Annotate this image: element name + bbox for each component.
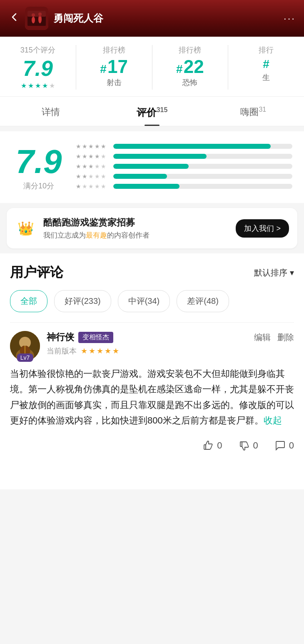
bar-fill-4 (113, 154, 207, 159)
bar-fill-2 (113, 174, 167, 179)
score-value: 7.9 (23, 58, 53, 79)
bar-row-2: ★ ★ ★ ★ ★ (76, 173, 292, 180)
rank-category-3: 生 (262, 73, 270, 83)
reviewer-badge: 变相怪杰 (78, 332, 113, 343)
review-user-row: Lv7 神行侠 变相怪杰 编辑 删除 当前版本 ★ ★ ★ (10, 331, 294, 361)
rating-bars: ★ ★ ★ ★ ★ ★ ★ ★ ★ ★ (76, 143, 292, 193)
tab-reviews[interactable]: 评价315 (101, 97, 202, 126)
rank-label-3: 排行 (259, 45, 274, 55)
collapse-button[interactable]: 收起 (264, 415, 282, 426)
stat-rank-horror: 排行榜 # 22 恐怖 (152, 45, 229, 90)
bar-track-1 (113, 184, 292, 189)
stat-score: 315个评分 7.9 ★ ★ ★ ★ ★ (0, 45, 76, 90)
thumbs-down-icon (239, 440, 250, 451)
bar-stars-1: ★ ★ ★ ★ ★ (76, 183, 109, 190)
review-stars: ★ ★ ★ ★ ★ (81, 346, 119, 356)
comment-count: 0 (289, 440, 294, 451)
rating-main: 7.9 满分10分 ★ ★ ★ ★ ★ ★ ★ (12, 143, 292, 193)
stat-rank-survival: 排行 # 生 (228, 45, 304, 90)
review-version-row: 当前版本 ★ ★ ★ ★ ★ (47, 346, 294, 356)
bar-track-4 (113, 154, 292, 159)
comment-button[interactable]: 0 (275, 440, 294, 451)
bar-track-2 (113, 174, 292, 179)
reviews-section: 用户评论 默认排序 ▾ 全部 好评(233) 中评(34) 差评(48) (0, 253, 304, 489)
svg-rect-11 (204, 445, 206, 449)
reviewer-name: 神行侠 (47, 331, 74, 343)
stat-rank-shoot: 排行榜 # 17 射击 (76, 45, 152, 90)
header: 勇闯死人谷 ··· (0, 0, 304, 37)
bar-stars-2: ★ ★ ★ ★ ★ (76, 173, 109, 180)
tab-circle[interactable]: 嗨圈31 (203, 97, 304, 126)
review-card: Lv7 神行侠 变相怪杰 编辑 删除 当前版本 ★ ★ ★ (10, 322, 294, 464)
chevron-down-icon: ▾ (290, 268, 294, 278)
bar-fill-5 (113, 144, 271, 149)
filter-tab-negative[interactable]: 差评(48) (177, 290, 229, 312)
svg-point-2 (32, 17, 35, 23)
bar-track-5 (113, 144, 292, 149)
star-2: ★ (28, 82, 34, 90)
r-star-3: ★ (97, 346, 103, 356)
back-button[interactable] (8, 11, 20, 26)
banner-title: 酷酷跑游戏鉴赏家招募 (43, 216, 229, 229)
bar-row-1: ★ ★ ★ ★ ★ (76, 183, 292, 190)
r-star-4: ★ (105, 346, 111, 356)
tab-details[interactable]: 详情 (0, 97, 101, 126)
score-label: 315个评分 (20, 45, 55, 55)
rank-label-2: 排行榜 (179, 45, 201, 55)
big-score-value: 7.9 (15, 145, 62, 178)
delete-button[interactable]: 删除 (277, 332, 294, 343)
bar-fill-3 (113, 164, 189, 169)
rank-number-1: 17 (107, 58, 128, 76)
rank-label-1: 排行榜 (103, 45, 125, 55)
review-footer: 0 0 0 (10, 435, 294, 456)
filter-tab-all[interactable]: 全部 (10, 290, 47, 312)
review-version: 当前版本 (47, 346, 77, 356)
star-3: ★ (35, 82, 41, 90)
bar-stars-4: ★ ★ ★ ★ ★ (76, 153, 109, 160)
reviews-title: 用户评论 (10, 263, 63, 282)
stats-bar: 315个评分 7.9 ★ ★ ★ ★ ★ 排行榜 # 17 射击 排行榜 # 2… (0, 37, 304, 97)
filter-tabs: 全部 好评(233) 中评(34) 差评(48) (10, 290, 294, 312)
crown-icon: 👑 (15, 218, 37, 239)
score-stars: ★ ★ ★ ★ ★ (21, 82, 55, 90)
r-star-2: ★ (89, 346, 95, 356)
load-more-placeholder (10, 464, 294, 489)
rank-prefix-2: # (176, 63, 183, 76)
banner-highlight: 最有趣 (86, 231, 107, 239)
game-icon (25, 7, 48, 30)
bar-track-3 (113, 164, 292, 169)
recruitment-banner: 👑 酷酷跑游戏鉴赏家招募 我们立志成为最有趣的内容创作者 加入我们 > (7, 208, 297, 248)
like-count: 0 (217, 440, 222, 451)
more-button[interactable]: ··· (284, 13, 296, 24)
review-body: 当初体验很惊艳的一款丧尸游戏。游戏安装包不大但却能做到身临其境。第一人称视角仿佛… (10, 366, 294, 428)
sort-button[interactable]: 默认排序 ▾ (254, 267, 294, 278)
comment-icon (275, 440, 286, 451)
star-5: ★ (49, 82, 55, 90)
avatar-wrap: Lv7 (10, 331, 40, 361)
banner-text: 酷酷跑游戏鉴赏家招募 我们立志成为最有趣的内容创作者 (43, 216, 229, 240)
page-title: 勇闯死人谷 (53, 12, 284, 25)
tab-bar: 详情 评价315 嗨圈31 (0, 97, 304, 126)
rating-big-score: 7.9 满分10分 (12, 145, 66, 191)
svg-rect-6 (27, 11, 46, 17)
bar-row-3: ★ ★ ★ ★ ★ (76, 163, 292, 170)
bar-row-4: ★ ★ ★ ★ ★ (76, 153, 292, 160)
filter-tab-neutral[interactable]: 中评(34) (118, 290, 170, 312)
bar-fill-1 (113, 184, 179, 189)
star-1: ★ (21, 82, 27, 90)
banner-sub: 我们立志成为最有趣的内容创作者 (43, 231, 229, 240)
join-button[interactable]: 加入我们 > (236, 219, 289, 238)
rank-prefix-3: # (263, 58, 269, 71)
svg-rect-12 (240, 442, 242, 446)
bar-row-5: ★ ★ ★ ★ ★ (76, 143, 292, 150)
bar-stars-3: ★ ★ ★ ★ ★ (76, 163, 109, 170)
review-meta: 神行侠 变相怪杰 编辑 删除 当前版本 ★ ★ ★ ★ ★ (47, 331, 294, 356)
tab-reviews-badge: 315 (157, 106, 168, 113)
filter-tab-positive[interactable]: 好评(233) (54, 290, 111, 312)
dislike-count: 0 (253, 440, 258, 451)
edit-button[interactable]: 编辑 (254, 332, 271, 343)
like-button[interactable]: 0 (203, 440, 222, 451)
dislike-button[interactable]: 0 (239, 440, 258, 451)
big-score-max: 满分10分 (23, 181, 54, 191)
tab-circle-badge: 31 (259, 106, 266, 113)
